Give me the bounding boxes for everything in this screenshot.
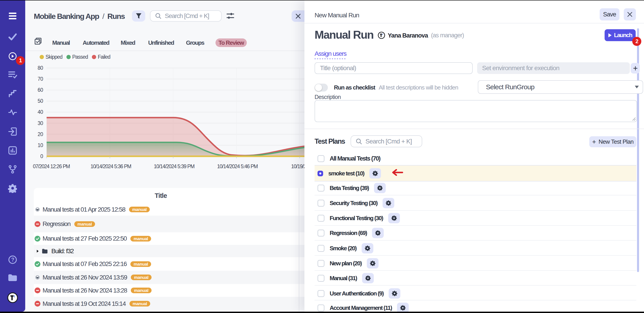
svg-text:?: ?: [11, 257, 14, 263]
